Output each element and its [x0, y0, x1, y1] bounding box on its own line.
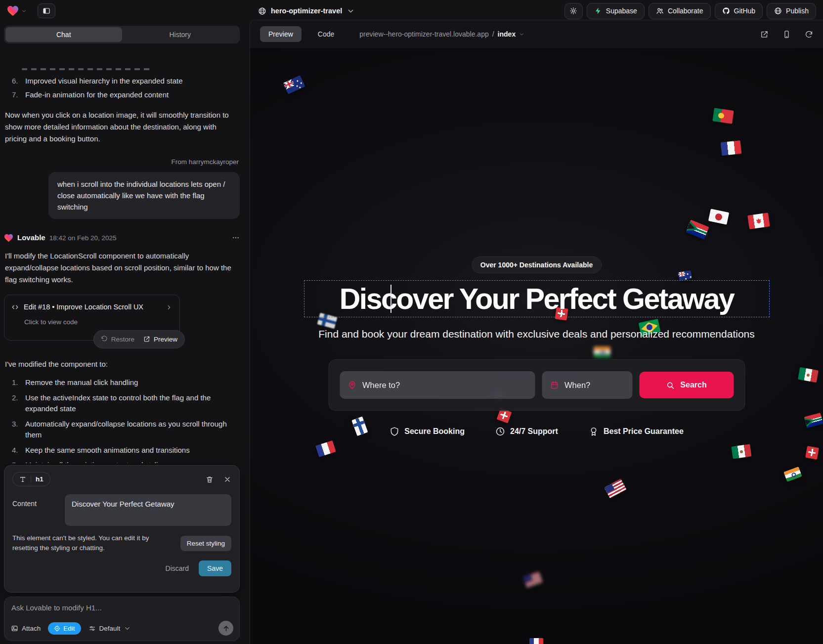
divider [31, 476, 31, 483]
assistant-message-header: Lovable 18:42 on Feb 20, 2025 [4, 232, 240, 244]
globe-icon [258, 7, 266, 15]
preview-label: Preview [154, 334, 177, 345]
destinations-badge: Over 1000+ Destinations Available [472, 257, 602, 273]
users-icon [656, 7, 664, 15]
tab-history[interactable]: History [122, 27, 239, 42]
list-number: 4. [12, 445, 21, 456]
refresh-icon[interactable] [805, 30, 813, 39]
close-icon[interactable] [223, 475, 231, 483]
sidebar-tabbar: Chat History [4, 26, 240, 43]
sliders-icon [88, 625, 96, 632]
chat-input-field[interactable] [11, 603, 232, 616]
element-tag: h1 [36, 475, 43, 483]
attach-button[interactable]: Attach [11, 625, 41, 632]
list-text: Fade-in animation for the expanded conte… [25, 89, 169, 101]
list-text: Use the activeIndex state to control bot… [25, 392, 240, 415]
supabase-label: Supabase [606, 7, 637, 15]
list-text: Maintain all the existing content and st… [25, 460, 166, 463]
message-menu-icon[interactable] [232, 234, 240, 242]
app-viewport: Over 1000+ Destinations Available Discov… [250, 48, 823, 644]
trash-icon[interactable] [206, 475, 214, 483]
chat-input-box: Attach Edit Default [4, 597, 240, 641]
text-caret [390, 285, 391, 313]
when-placeholder: When? [564, 381, 590, 390]
content-textarea[interactable]: Discover Your Perfect Getaway [65, 494, 231, 526]
assistant-paragraph: Now when you click on a location image, … [4, 109, 240, 145]
list-item: 6. Improved visual hierarchy in the expa… [4, 75, 240, 87]
search-label: Search [680, 381, 706, 389]
chat-scroll-area[interactable]: 6. Improved visual hierarchy in the expa… [4, 67, 240, 463]
target-icon [54, 625, 60, 632]
from-label: From harrymckayroper [5, 157, 239, 168]
preview-version-button[interactable]: Preview [143, 334, 177, 345]
hero-title[interactable]: Discover Your Perfect Getaway [340, 282, 734, 316]
chevron-right-icon [166, 304, 173, 311]
supabase-button[interactable]: Supabase [587, 3, 645, 19]
edit-version-card[interactable]: Edit #18 • Improve Location Scroll UX Cl… [4, 295, 180, 341]
attach-label: Attach [22, 625, 41, 632]
discard-button[interactable]: Discard [166, 564, 189, 572]
save-button[interactable]: Save [199, 560, 231, 576]
clock-icon [495, 427, 505, 436]
reset-styling-button[interactable]: Reset styling [180, 536, 231, 551]
collaborate-button[interactable]: Collaborate [649, 3, 711, 19]
external-link-icon [143, 336, 150, 343]
project-switcher[interactable]: hero-optimizer-travel [258, 7, 355, 15]
edit-mode-chip[interactable]: Edit [48, 622, 81, 635]
calendar-icon [550, 381, 559, 389]
list-text: Remove the manual click handling [25, 377, 138, 388]
publish-button[interactable]: Publish [767, 3, 816, 19]
list-text: Automatically expand/collapse locations … [25, 419, 240, 441]
h1-selection-box[interactable]: Discover Your Perfect Getaway [304, 280, 770, 317]
map-pin-icon [347, 381, 356, 389]
topbar: hero-optimizer-travel Supabase Collabora… [0, 0, 823, 22]
trust-label: Best Price Guarantee [604, 427, 684, 436]
lovable-heart-icon [4, 234, 13, 242]
version-actions-pill: Restore Preview [93, 330, 185, 349]
list-number: 5. [12, 460, 21, 463]
tab-preview[interactable]: Preview [260, 26, 302, 42]
default-label: Default [99, 625, 121, 632]
where-placeholder: Where to? [362, 381, 400, 390]
preview-panel: Preview Code preview--hero-optimizer-tra… [250, 20, 823, 644]
list-text: Keep the same smooth animations and tran… [25, 445, 190, 456]
restore-icon [101, 336, 108, 343]
trust-row: Secure Booking 24/7 Support Best Price G… [250, 427, 823, 436]
github-button[interactable]: GitHub [715, 3, 763, 19]
publish-globe-icon [774, 7, 782, 15]
restore-button[interactable]: Restore [101, 334, 134, 345]
restore-label: Restore [111, 334, 134, 345]
mobile-view-icon[interactable] [782, 30, 791, 39]
chat-sidebar: Chat History 6. Improved visual hierarch… [0, 22, 250, 644]
chevron-down-icon [21, 8, 27, 14]
style-note: This element can't be styled. You can ed… [12, 533, 173, 554]
collaborate-label: Collaborate [668, 7, 703, 15]
search-bar: Where to? When? Search [328, 359, 745, 411]
list-number: 3. [12, 419, 21, 441]
element-tag-pill[interactable]: h1 [12, 472, 50, 486]
tab-code[interactable]: Code [309, 26, 343, 42]
settings-button[interactable] [564, 3, 583, 19]
panel-left-icon [43, 7, 50, 15]
supabase-bolt-icon [594, 7, 602, 15]
assistant-paragraph: I'll modify the LocationScroll component… [4, 250, 240, 286]
chevron-down-icon [347, 7, 355, 15]
tab-chat[interactable]: Chat [5, 27, 122, 42]
sidebar-toggle-button[interactable] [38, 3, 55, 18]
list-number: 6. [12, 75, 21, 87]
trust-item-guarantee: Best Price Guarantee [589, 427, 684, 436]
where-input[interactable]: Where to? [340, 371, 535, 399]
topbar-actions: Supabase Collaborate GitHub Publish [564, 3, 816, 19]
hero-section: Over 1000+ Destinations Available Discov… [250, 48, 823, 644]
list-number: 7. [12, 89, 21, 101]
arrow-up-icon [222, 625, 230, 632]
when-input[interactable]: When? [542, 371, 632, 399]
default-mode-button[interactable]: Default [88, 625, 131, 632]
search-button[interactable]: Search [639, 372, 734, 398]
lovable-logo-menu[interactable] [7, 5, 27, 16]
send-button[interactable] [218, 621, 233, 636]
open-external-icon[interactable] [760, 30, 769, 39]
url-path: index [498, 30, 516, 38]
list-item: 7. Fade-in animation for the expanded co… [4, 89, 240, 101]
preview-url[interactable]: preview--hero-optimizer-travel.lovable.a… [359, 30, 524, 38]
